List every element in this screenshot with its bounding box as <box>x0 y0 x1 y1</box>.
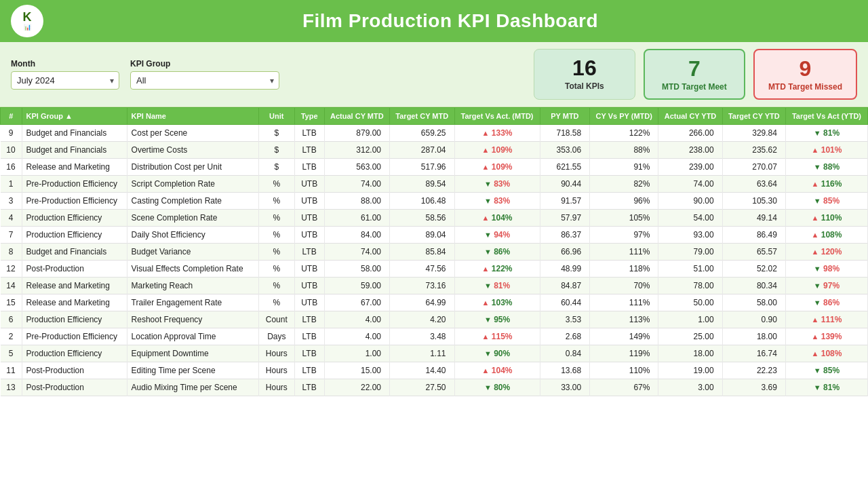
tvsa-ytd-pct: 108% <box>821 230 842 240</box>
cell-unit: % <box>259 261 295 278</box>
cell-target-vs-act-ytd: ▼ 81% <box>785 379 867 396</box>
col-actual-cy-ytd[interactable]: Actual CY YTD <box>658 108 722 125</box>
table-row: 1 Pre-Production Efficiency Script Compl… <box>1 176 868 193</box>
cell-cy-vs-py: 122% <box>590 125 658 142</box>
cell-kpi-name: Script Completion Rate <box>127 176 258 193</box>
tvsa-ytd-pct: 86% <box>823 298 840 307</box>
cell-type: LTB <box>294 345 324 362</box>
cell-actual-cy-mtd: 74.00 <box>324 176 389 193</box>
table-row: 7 Production Efficiency Daily Shot Effic… <box>1 227 868 244</box>
kpi-group-select-wrapper[interactable]: All <box>130 71 279 90</box>
cell-num: 5 <box>1 345 22 362</box>
table-row: 8 Budget and Financials Budget Variance … <box>1 244 868 261</box>
kpi-group-filter-group: KPI Group All <box>130 59 279 90</box>
col-target-cy-ytd[interactable]: Target CY YTD <box>722 108 785 125</box>
cell-target-vs-act-ytd: ▼ 85% <box>785 362 867 379</box>
tvsa-mtd-pct: 83% <box>494 196 510 206</box>
cell-target-cy-ytd: 52.02 <box>722 261 785 278</box>
cell-target-vs-act-ytd: ▲ 120% <box>785 244 867 261</box>
cell-target-vs-act-mtd: ▼ 80% <box>454 379 540 396</box>
cell-type: UTB <box>294 176 324 193</box>
cell-actual-cy-mtd: 61.00 <box>324 210 389 227</box>
tvsa-ytd-pct: 85% <box>823 366 840 375</box>
cell-target-cy-ytd: 0.90 <box>722 311 785 328</box>
tvsa-ytd-arrow: ▲ <box>812 231 819 239</box>
cell-kpi-name: Editing Time per Scene <box>127 362 258 379</box>
cell-actual-cy-ytd: 266.00 <box>658 125 722 142</box>
col-num[interactable]: # <box>1 108 22 125</box>
cell-target-cy-mtd: 58.56 <box>390 210 454 227</box>
cell-target-cy-ytd: 80.34 <box>722 278 785 294</box>
tvsa-mtd-arrow: ▼ <box>484 248 492 256</box>
cell-target-vs-act-mtd: ▼ 81% <box>454 278 540 294</box>
tvsa-ytd-arrow: ▼ <box>814 163 821 171</box>
cell-target-cy-mtd: 517.96 <box>390 159 454 176</box>
cell-target-vs-act-ytd: ▼ 81% <box>785 125 867 142</box>
cell-cy-vs-py: 113% <box>590 311 658 328</box>
cell-target-cy-ytd: 18.00 <box>722 328 785 345</box>
tvsa-mtd-arrow: ▲ <box>482 214 490 222</box>
kpi-group-select[interactable]: All <box>130 71 279 90</box>
month-select-wrapper[interactable]: July 2024 <box>11 71 119 90</box>
cell-num: 1 <box>1 176 22 193</box>
month-filter-group: Month July 2024 <box>11 59 119 90</box>
cell-target-cy-ytd: 22.23 <box>722 362 785 379</box>
cell-target-cy-ytd: 49.14 <box>722 210 785 227</box>
tvsa-mtd-pct: 109% <box>492 162 513 172</box>
cell-unit: % <box>259 244 295 261</box>
table-row: 12 Post-Production Visual Effects Comple… <box>1 261 868 278</box>
cell-actual-cy-mtd: 22.00 <box>324 379 389 396</box>
toolbar: Month July 2024 KPI Group All 16 Total K… <box>0 42 868 107</box>
table-row: 15 Release and Marketing Trailer Engagem… <box>1 294 868 311</box>
col-target-vs-act-mtd[interactable]: Target Vs Act. (MTD) <box>454 108 540 125</box>
cell-kpi-name: Budget Variance <box>127 244 258 261</box>
col-unit[interactable]: Unit <box>259 108 295 125</box>
col-kpi-name[interactable]: KPI Name <box>127 108 258 125</box>
col-py-mtd[interactable]: PY MTD <box>540 108 590 125</box>
cell-target-vs-act-ytd: ▼ 98% <box>785 261 867 278</box>
tvsa-mtd-arrow: ▼ <box>484 231 492 239</box>
cell-actual-cy-ytd: 54.00 <box>658 210 722 227</box>
cell-actual-cy-mtd: 15.00 <box>324 362 389 379</box>
cell-target-cy-mtd: 4.20 <box>390 311 454 328</box>
tvsa-mtd-arrow: ▲ <box>482 163 490 171</box>
tvsa-ytd-pct: 110% <box>821 213 842 223</box>
tvsa-ytd-pct: 139% <box>821 332 842 341</box>
cell-actual-cy-ytd: 90.00 <box>658 193 722 210</box>
cell-py-mtd: 718.58 <box>540 125 590 142</box>
cell-unit: $ <box>259 159 295 176</box>
tvsa-ytd-arrow: ▼ <box>814 265 821 273</box>
tvsa-mtd-arrow: ▼ <box>484 180 492 188</box>
tvsa-ytd-pct: 111% <box>821 315 842 324</box>
col-actual-cy-mtd[interactable]: Actual CY MTD <box>324 108 389 125</box>
col-type[interactable]: Type <box>294 108 324 125</box>
tvsa-mtd-pct: 94% <box>494 230 510 240</box>
tvsa-mtd-arrow: ▼ <box>484 349 492 358</box>
tvsa-ytd-arrow: ▼ <box>814 197 821 205</box>
cell-target-cy-ytd: 329.84 <box>722 125 785 142</box>
cell-num: 8 <box>1 244 22 261</box>
cell-target-cy-ytd: 58.00 <box>722 294 785 311</box>
cell-target-vs-act-mtd: ▲ 133% <box>454 125 540 142</box>
table-row: 14 Release and Marketing Marketing Reach… <box>1 278 868 294</box>
cell-num: 14 <box>1 278 22 294</box>
month-select[interactable]: July 2024 <box>11 71 119 90</box>
total-kpis-value: 16 <box>548 56 621 80</box>
cell-actual-cy-ytd: 1.00 <box>658 311 722 328</box>
col-target-vs-act-ytd[interactable]: Target Vs Act (YTD) <box>785 108 867 125</box>
cell-type: LTB <box>294 159 324 176</box>
col-cy-vs-py-mtd[interactable]: CY Vs PY (MTD) <box>590 108 658 125</box>
cell-target-cy-ytd: 16.74 <box>722 345 785 362</box>
mtd-miss-value: 9 <box>768 57 842 81</box>
cell-kpi-name: Scene Completion Rate <box>127 210 258 227</box>
cell-type: LTB <box>294 125 324 142</box>
col-kpi-group[interactable]: KPI Group ▲ <box>22 108 127 125</box>
month-filter-label: Month <box>11 59 119 69</box>
cell-target-vs-act-ytd: ▲ 101% <box>785 142 867 159</box>
cell-target-vs-act-ytd: ▲ 110% <box>785 210 867 227</box>
tvsa-mtd-arrow: ▲ <box>482 332 490 341</box>
cell-py-mtd: 91.57 <box>540 193 590 210</box>
cell-num: 7 <box>1 227 22 244</box>
tvsa-ytd-arrow: ▲ <box>812 248 819 256</box>
col-target-cy-mtd[interactable]: Target CY MTD <box>390 108 454 125</box>
